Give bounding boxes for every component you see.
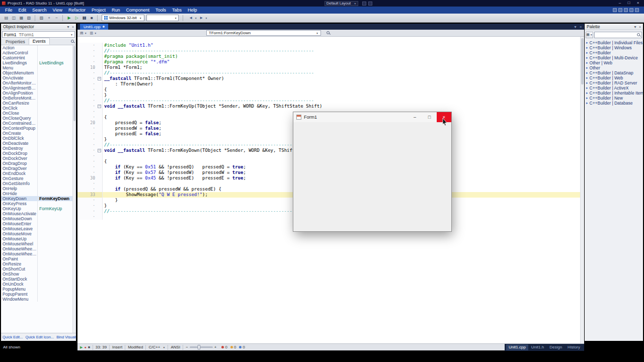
inspector-row-onmouseleave[interactable]: OnMouseLeave [1,226,76,231]
property-value[interactable] [37,171,72,176]
code-line[interactable]: ·#pragma resource "*.dfm" [77,59,584,65]
property-value[interactable] [37,297,72,302]
maximize-button[interactable]: □ [422,112,437,122]
code-line[interactable]: ·−void __fastcall TForm1::FormKeyUp(TObj… [77,104,584,109]
run-without-debugging-button[interactable]: ▷ [73,15,80,22]
close-icon[interactable]: × [639,25,641,29]
inspector-row-ondockdrop[interactable]: OnDockDrop [1,151,76,156]
inspector-row-onundock[interactable]: OnUnDock [1,282,76,287]
open-project-button[interactable]: ▨ [38,15,45,22]
inspector-row-onmouseactivate[interactable]: OnMouseActivate [1,211,76,216]
inspector-row-objectmenuitem[interactable]: ObjectMenuItem [1,70,76,75]
component-filter-button[interactable]: ▦▼ [586,32,593,38]
property-value[interactable] [37,151,72,156]
pause-button[interactable]: ▮▮ [80,15,88,22]
line-gutter[interactable]: · [77,115,97,120]
pin-icon[interactable]: ▼ [66,25,70,29]
inspector-row-onactivate[interactable]: OnActivate [1,75,76,80]
footer-link-quick-edit[interactable]: Quick Edit... [3,335,23,339]
inspector-row-oncreate[interactable]: OnCreate [1,131,76,136]
inspector-row-ongesture[interactable]: OnGesture [1,176,76,181]
inspector-row-onpaint[interactable]: OnPaint [1,256,76,261]
code-line[interactable]: ·{ [77,87,584,93]
line-gutter[interactable]: · [77,153,97,159]
line-gutter[interactable]: · [77,54,97,59]
search-icon[interactable] [70,39,75,44]
remove-from-project-button[interactable]: − [53,15,60,22]
chevron-down-icon[interactable]: ▼ [205,17,208,20]
property-value[interactable] [37,111,72,116]
inspector-row-ondestroy[interactable]: OnDestroy [1,146,76,151]
maximize-button[interactable]: □ [625,0,633,7]
property-value[interactable] [37,236,72,241]
inspector-row-oncanresize[interactable]: OnCanResize [1,101,76,106]
fold-toggle-icon[interactable]: − [98,77,101,80]
menu-help[interactable]: Help [185,7,200,14]
new-file-button[interactable]: ▤ [3,15,10,22]
line-gutter[interactable]: · [77,126,97,131]
property-value[interactable] [37,176,72,181]
line-gutter[interactable]: · [77,187,97,192]
view-tab-design[interactable]: Design [547,344,565,350]
form1-client-area[interactable] [293,122,451,231]
inspector-row-onkeydown[interactable]: OnKeyDownFormKeyDown [1,196,76,201]
menu-bar-icon[interactable] [635,8,639,12]
inspector-row-onconstrainedresize[interactable]: OnConstrainedResize [1,121,76,126]
property-value[interactable]: FormKeyUp [37,206,72,211]
form1-titlebar[interactable]: Form1 – □ × [293,112,451,122]
line-gutter[interactable]: · [77,98,97,104]
stop-button[interactable]: ■ [88,15,95,22]
save-button[interactable]: ▦ [18,15,25,22]
code-line[interactable]: ·#pragma package(smart_init) [77,54,584,59]
view-tab-unit1-h[interactable]: Unit1.h [529,344,546,350]
menu-bar-icon[interactable] [624,8,628,12]
menu-tabs[interactable]: Tabs [169,7,185,14]
footer-link-quick-edit-icon[interactable]: Quick Edit Icon... [25,335,54,339]
inspector-row-onhelp[interactable]: OnHelp [1,186,76,191]
desktop-layout-combo[interactable]: Default Layout ▼ [325,1,358,6]
search-icon[interactable] [326,31,331,35]
line-gutter[interactable]: · [77,148,97,153]
property-value[interactable] [37,251,72,256]
line-gutter[interactable]: · [77,93,97,98]
inspector-row-menu[interactable]: Menu [1,65,76,70]
line-gutter[interactable]: · [77,170,97,175]
line-gutter[interactable]: 30 [77,175,97,181]
inspector-row-popupparent[interactable]: PopupParent [1,292,76,297]
palette-category-other[interactable]: ▸Other [585,65,643,70]
property-value[interactable] [37,50,72,55]
inspector-row-ongetsiteinfo[interactable]: OnGetSiteInfo [1,181,76,186]
menu-refactor[interactable]: Refactor [65,7,89,14]
property-value[interactable] [37,216,72,221]
fold-toggle-icon[interactable]: − [98,105,101,108]
inspector-row-onhide[interactable]: OnHide [1,191,76,196]
inspector-row-ondeactivate[interactable]: OnDeactivate [1,141,76,146]
macro-stop-icon[interactable]: ■ [88,345,90,349]
property-value[interactable]: FormKeyDown [37,196,72,201]
code-line[interactable]: · : TForm(Owner) [77,81,584,87]
view-tab-unit1-cpp[interactable]: Unit1.cpp [506,344,528,350]
menu-edit[interactable]: Edit [16,7,30,14]
inspector-row-onmousewheeldown[interactable]: OnMouseWheelDown [1,246,76,251]
navigate-forward-button[interactable]: ► [198,15,205,22]
tab-unit1-cpp[interactable]: Unit1.cpp [80,24,108,30]
line-gutter[interactable]: · [77,181,97,187]
property-value[interactable] [37,70,72,75]
editor-scrollbar[interactable] [580,37,584,343]
close-button[interactable]: × [634,0,642,7]
palette-category-other-web[interactable]: ▸Other | Web [585,60,643,65]
property-value[interactable] [37,211,72,216]
inspector-row-onclosequery[interactable]: OnCloseQuery [1,116,76,121]
macro-play-icon[interactable]: ▶ [80,345,83,349]
line-gutter[interactable]: · [77,48,97,54]
line-gutter[interactable]: · [77,109,97,115]
property-value[interactable] [37,141,72,146]
palette-category-c-builder-activex[interactable]: ▸C++Builder | ActiveX [585,85,643,90]
open-file-button[interactable]: ◫ [10,15,17,22]
property-value[interactable] [37,65,72,70]
palette-category-c-builder-web[interactable]: ▸C++Builder | Web [585,75,643,80]
property-value[interactable] [37,85,72,90]
menu-project[interactable]: Project [89,7,109,14]
inspector-row-onstartdock[interactable]: OnStartDock [1,277,76,282]
inspector-row-onmousewheelup[interactable]: OnMouseWheelUp [1,251,76,256]
